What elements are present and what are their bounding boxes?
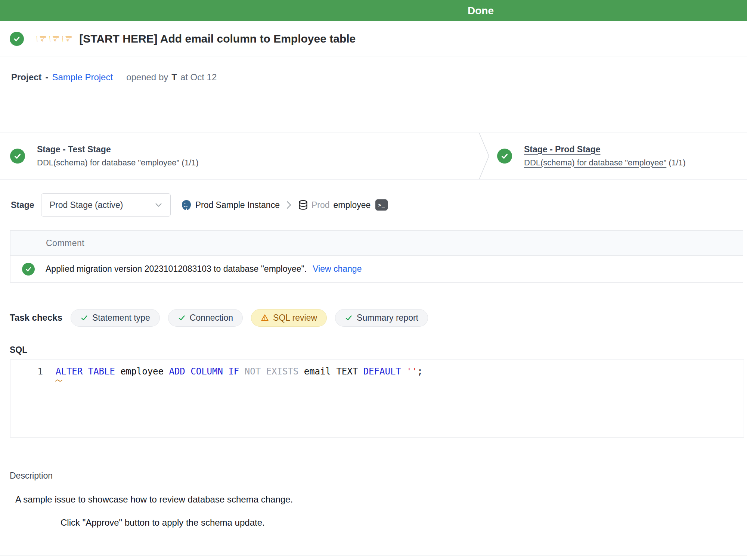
stage-title: Stage - Test Stage xyxy=(37,144,199,155)
check-pill-label: SQL review xyxy=(273,313,317,323)
task-checks-row: Task checks Statement type Connection SQ… xyxy=(0,303,747,332)
database-icon xyxy=(298,200,308,211)
check-icon xyxy=(178,314,186,322)
bottom-divider xyxy=(0,555,747,556)
sql-line: 1 ALTER TABLE employee ADD COLUMN IF NOT… xyxy=(10,360,744,377)
comment-text: Applied migration version 20231012083103… xyxy=(46,264,307,274)
stage-success-check-icon xyxy=(497,149,512,164)
pointing-right-icon xyxy=(61,31,74,46)
database-breadcrumb: Prod Sample Instance Prod employee xyxy=(171,199,388,211)
stage-selector-label: Stage xyxy=(11,200,34,210)
pointing-right-icon xyxy=(35,31,48,46)
stage-select-dropdown[interactable]: Prod Stage (active) xyxy=(41,193,171,217)
breadcrumb-instance-link[interactable]: Prod Sample Instance xyxy=(195,200,280,210)
description-label: Description xyxy=(10,471,747,481)
stage-prod-stage[interactable]: Stage - Prod Stage DDL(schema) for datab… xyxy=(497,133,686,179)
sql-editor[interactable]: 1 ALTER TABLE employee ADD COLUMN IF NOT… xyxy=(10,360,744,438)
check-pill-connection[interactable]: Connection xyxy=(168,309,243,327)
check-icon xyxy=(345,314,353,322)
stage-select-value: Prod Stage (active) xyxy=(50,200,123,210)
stage-selector-row: Stage Prod Stage (active) Prod Sample In… xyxy=(0,180,747,230)
breadcrumb-database-link[interactable]: employee xyxy=(334,200,371,210)
chevron-right-icon xyxy=(286,201,291,209)
issue-title: [START HERE] Add email column to Employe… xyxy=(79,32,356,45)
sql-code: ALTER TABLE employee ADD COLUMN IF NOT E… xyxy=(56,366,423,377)
stage-success-check-icon xyxy=(10,149,25,164)
sql-token xyxy=(239,366,244,377)
sql-warning-squiggle-icon xyxy=(55,379,63,382)
sql-token: email TEXT xyxy=(298,366,363,377)
project-dash: - xyxy=(45,72,48,83)
view-change-link[interactable]: View change xyxy=(313,264,362,274)
opened-by-text: opened by xyxy=(126,72,168,83)
sql-token: '' xyxy=(406,366,417,377)
project-label: Project xyxy=(11,72,41,83)
stage-subtitle: DDL(schema) for database "employee" (1/1… xyxy=(37,158,199,168)
sql-token: employee xyxy=(115,366,169,377)
pointing-right-icon xyxy=(48,31,61,46)
open-sql-editor-icon[interactable] xyxy=(375,199,388,211)
check-pill-label: Connection xyxy=(190,313,233,323)
stage-test-stage[interactable]: Stage - Test Stage DDL(schema) for datab… xyxy=(10,133,199,179)
breadcrumb-environment: Prod xyxy=(311,200,330,210)
stage-separator-chevron xyxy=(479,133,490,179)
description-line: A sample issue to showcase how to review… xyxy=(15,494,747,505)
check-pill-label: Statement type xyxy=(92,313,150,323)
issue-done-check-icon xyxy=(10,32,24,46)
chevron-down-icon xyxy=(155,203,162,207)
check-icon xyxy=(80,314,88,322)
opener-name: T xyxy=(171,72,177,83)
project-row: Project - Sample Project opened by T at … xyxy=(0,56,747,98)
stage-band: Stage - Test Stage DDL(schema) for datab… xyxy=(0,133,747,180)
check-pill-sql-review[interactable]: SQL review xyxy=(251,309,327,327)
task-checks-label: Task checks xyxy=(10,312,62,323)
description-section: Description A sample issue to showcase h… xyxy=(0,455,747,555)
opened-at-text: at Oct 12 xyxy=(180,72,217,83)
stage-title-link[interactable]: Stage - Prod Stage xyxy=(524,144,686,155)
postgresql-icon xyxy=(181,200,192,210)
sql-token: NOT EXISTS xyxy=(245,366,299,377)
stage-subtitle-link[interactable]: DDL(schema) for database "employee" xyxy=(524,158,666,167)
description-line: Click "Approve" button to apply the sche… xyxy=(61,517,747,528)
stage-subtitle-count: (1/1) xyxy=(666,158,685,167)
sql-token: DEFAULT xyxy=(363,366,401,377)
project-link[interactable]: Sample Project xyxy=(52,72,113,83)
sql-token: ALTER TABLE xyxy=(56,366,115,377)
sql-token: ADD COLUMN IF xyxy=(169,366,239,377)
comment-header: Comment xyxy=(10,231,743,256)
status-banner: Done xyxy=(0,0,747,21)
comment-header-label: Comment xyxy=(46,238,84,248)
check-pill-summary-report[interactable]: Summary report xyxy=(335,309,428,327)
sql-token: ; xyxy=(417,366,422,377)
sql-token xyxy=(401,366,406,377)
check-pill-statement-type[interactable]: Statement type xyxy=(71,309,160,327)
sql-section-label: SQL xyxy=(10,345,27,355)
comment-row: Applied migration version 20231012083103… xyxy=(10,256,743,282)
warning-triangle-icon xyxy=(261,314,269,322)
comment-section: Comment Applied migration version 202310… xyxy=(10,230,743,283)
check-pill-label: Summary report xyxy=(357,313,418,323)
sql-line-number: 1 xyxy=(10,366,43,377)
issue-header: [START HERE] Add email column to Employe… xyxy=(0,21,747,56)
status-banner-label: Done xyxy=(468,5,494,17)
pointing-right-icons xyxy=(35,31,74,46)
comment-success-check-icon xyxy=(22,263,35,276)
